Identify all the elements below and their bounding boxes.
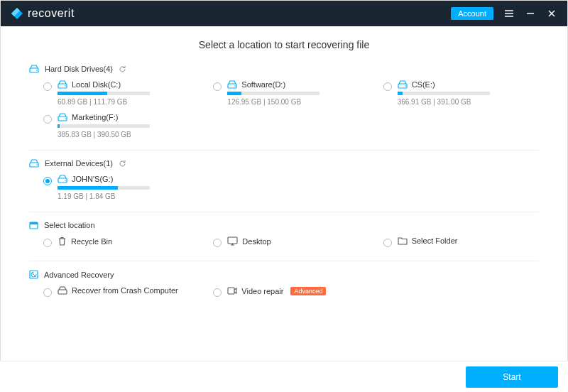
- brand-logo-icon: [11, 7, 23, 20]
- section-header-hdd: Hard Disk Drives(4): [29, 65, 539, 73]
- section-label: Advanced Recovery: [44, 271, 114, 279]
- menu-icon[interactable]: [503, 8, 515, 19]
- minimize-icon[interactable]: [525, 8, 536, 19]
- page-title: Select a location to start recovering fi…: [29, 39, 539, 50]
- drive-label: Local Disk(C:): [72, 80, 121, 89]
- usage-text: 366.91 GB | 391.00 GB: [398, 98, 539, 106]
- drive-label: JOHN'S(G:): [72, 175, 113, 183]
- location-desktop[interactable]: Desktop: [213, 236, 368, 249]
- advanced-label: Video repair: [241, 287, 283, 295]
- svg-rect-18: [58, 290, 67, 294]
- video-repair-icon: [227, 286, 237, 295]
- drive-icon: [227, 80, 237, 89]
- location-recycle-bin[interactable]: Recycle Bin: [43, 236, 199, 249]
- section-label: External Devices(1): [45, 159, 113, 168]
- drive-item-d[interactable]: Software(D:) 126.95 GB | 150.00 GB: [213, 80, 368, 106]
- usage-text: 126.95 GB | 150.00 GB: [227, 98, 368, 106]
- section-select-location: Select location Recycle Bin Desktop: [29, 221, 539, 249]
- section-advanced: Advanced Recovery Recover from Crash Com…: [29, 270, 539, 298]
- divider: [29, 212, 539, 212]
- desktop-icon: [227, 236, 238, 246]
- radio-recycle[interactable]: [43, 239, 52, 247]
- drive-label: Software(D:): [241, 80, 285, 89]
- radio-drive-e[interactable]: [383, 82, 392, 91]
- section-header-advanced: Advanced Recovery: [29, 270, 539, 279]
- drive-item-e[interactable]: CS(E:) 366.91 GB | 391.00 GB: [383, 80, 539, 106]
- drive-icon: [58, 175, 67, 183]
- section-header-select-location: Select location: [29, 221, 539, 229]
- svg-rect-19: [228, 288, 234, 294]
- svg-point-7: [405, 85, 406, 87]
- location-label: Desktop: [242, 237, 271, 246]
- radio-drive-g[interactable]: [43, 177, 52, 185]
- advanced-video-repair[interactable]: Video repair Advanced: [213, 286, 368, 298]
- drive-item-f[interactable]: Marketing(F:) 385.83 GB | 390.50 GB: [43, 113, 199, 138]
- usage-bar: [227, 92, 320, 95]
- usage-text: 60.89 GB | 111.79 GB: [58, 98, 199, 106]
- advanced-badge: Advanced: [290, 287, 326, 295]
- advanced-label: Recover from Crash Computer: [72, 286, 178, 295]
- refresh-icon[interactable]: [119, 65, 126, 73]
- logo: recoverit: [11, 7, 75, 20]
- usage-bar: [58, 186, 150, 190]
- svg-point-1: [36, 70, 38, 71]
- drive-section-icon: [29, 65, 39, 73]
- main-content: Select a location to start recovering fi…: [1, 26, 567, 361]
- usage-text: 385.83 GB | 390.50 GB: [58, 131, 199, 138]
- svg-point-5: [235, 85, 236, 87]
- title-bar: recoverit Account: [1, 1, 567, 26]
- drive-item-c[interactable]: Local Disk(C:) 60.89 GB | 111.79 GB: [43, 80, 199, 106]
- radio-folder[interactable]: [383, 239, 392, 247]
- usage-bar: [398, 92, 490, 95]
- location-label: Recycle Bin: [71, 237, 112, 246]
- start-button[interactable]: Start: [466, 366, 558, 388]
- drive-icon: [398, 80, 408, 89]
- section-header-external: External Devices(1): [29, 159, 539, 168]
- crash-computer-icon: [58, 286, 67, 295]
- section-label: Select location: [44, 221, 95, 229]
- drive-label: CS(E:): [412, 80, 435, 89]
- close-icon[interactable]: [546, 8, 557, 19]
- svg-point-9: [65, 118, 66, 119]
- usage-bar: [58, 124, 150, 128]
- advanced-crash-recovery[interactable]: Recover from Crash Computer: [43, 286, 199, 298]
- usage-bar: [58, 92, 150, 95]
- svg-point-11: [36, 164, 38, 165]
- radio-drive-c[interactable]: [43, 82, 52, 91]
- radio-drive-d[interactable]: [213, 82, 222, 91]
- radio-crash[interactable]: [43, 288, 52, 297]
- svg-point-13: [65, 180, 66, 181]
- header-actions: Account: [451, 7, 557, 20]
- radio-desktop[interactable]: [213, 239, 222, 247]
- svg-point-3: [65, 85, 66, 87]
- folder-icon: [398, 236, 408, 245]
- section-external: External Devices(1) JOHN'S(G:) 1.19 GB |…: [29, 159, 539, 200]
- advanced-section-icon: [29, 270, 38, 279]
- drive-label: Marketing(F:): [72, 113, 118, 121]
- section-label: Hard Disk Drives(4): [45, 65, 113, 73]
- svg-rect-15: [30, 222, 38, 224]
- drive-item-g[interactable]: JOHN'S(G:) 1.19 GB | 1.84 GB: [43, 175, 199, 200]
- location-select-folder[interactable]: Select Folder: [383, 236, 539, 249]
- divider: [29, 150, 539, 151]
- brand-name: recoverit: [28, 7, 75, 20]
- footer: Start: [0, 361, 568, 392]
- usage-text: 1.19 GB | 1.84 GB: [58, 192, 199, 200]
- svg-rect-16: [228, 237, 237, 244]
- location-label: Select Folder: [412, 236, 458, 245]
- section-hdd: Hard Disk Drives(4) Local Disk(C:) 60.89…: [29, 65, 539, 138]
- divider: [29, 261, 539, 261]
- external-section-icon: [29, 159, 39, 168]
- drive-icon: [58, 113, 67, 121]
- drive-icon: [58, 80, 67, 89]
- location-section-icon: [29, 221, 38, 229]
- account-button[interactable]: Account: [451, 7, 493, 20]
- radio-drive-f[interactable]: [43, 115, 52, 124]
- recycle-bin-icon: [58, 236, 67, 246]
- radio-video[interactable]: [213, 288, 222, 297]
- refresh-icon[interactable]: [119, 160, 126, 168]
